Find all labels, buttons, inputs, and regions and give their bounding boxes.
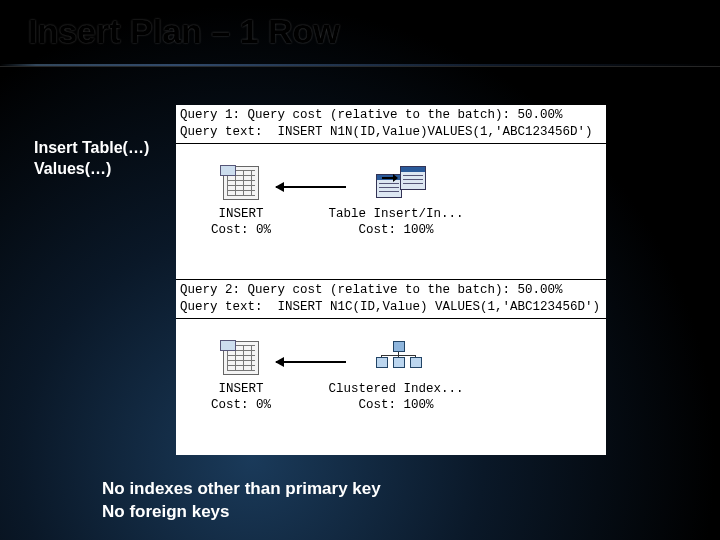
query2-op2-cost: Cost: 100% [321,397,471,413]
query2-header-line2: Query text: INSERT N1C(ID,Value) VALUES(… [180,300,600,314]
insert-icon [221,341,261,377]
query1-op1-cost: Cost: 0% [166,222,316,238]
title-underline [0,64,720,66]
sidebar-line1: Insert Table(…) [34,138,149,159]
slide-title: Insert Plan – 1 Row [28,12,340,51]
query2-op-insert: INSERT Cost: 0% [166,341,316,414]
table-insert-icon [376,166,416,202]
query1-op-insert: INSERT Cost: 0% [166,166,316,239]
query2-op-clustered: Clustered Index... Cost: 100% [321,341,471,414]
query1-header-line2: Query text: INSERT N1N(ID,Value)VALUES(1… [180,125,593,139]
clustered-index-icon [376,341,416,377]
query1-plan: INSERT Cost: 0% Table Insert/In... Cost:… [176,144,606,280]
sidebar-line2: Values(…) [34,159,149,180]
footnote-line1: No indexes other than primary key [102,478,381,501]
query2-op1-cost: Cost: 0% [166,397,316,413]
query1-header-line1: Query 1: Query cost (relative to the bat… [180,108,563,122]
query2-op1-name: INSERT [166,381,316,397]
sidebar-text: Insert Table(…) Values(…) [34,138,149,180]
query1-header: Query 1: Query cost (relative to the bat… [176,105,606,144]
query2-op2-name: Clustered Index... [321,381,471,397]
query1-op-tableinsert: Table Insert/In... Cost: 100% [321,166,471,239]
query2-header-line1: Query 2: Query cost (relative to the bat… [180,283,563,297]
footnotes: No indexes other than primary key No for… [102,478,381,524]
query2-plan: INSERT Cost: 0% [176,319,606,454]
footnote-line2: No foreign keys [102,501,381,524]
query1-op1-name: INSERT [166,206,316,222]
query2-header: Query 2: Query cost (relative to the bat… [176,280,606,319]
query1-op2-name: Table Insert/In... [321,206,471,222]
insert-icon [221,166,261,202]
query1-op2-cost: Cost: 100% [321,222,471,238]
execution-plan-panel: Query 1: Query cost (relative to the bat… [176,105,606,455]
